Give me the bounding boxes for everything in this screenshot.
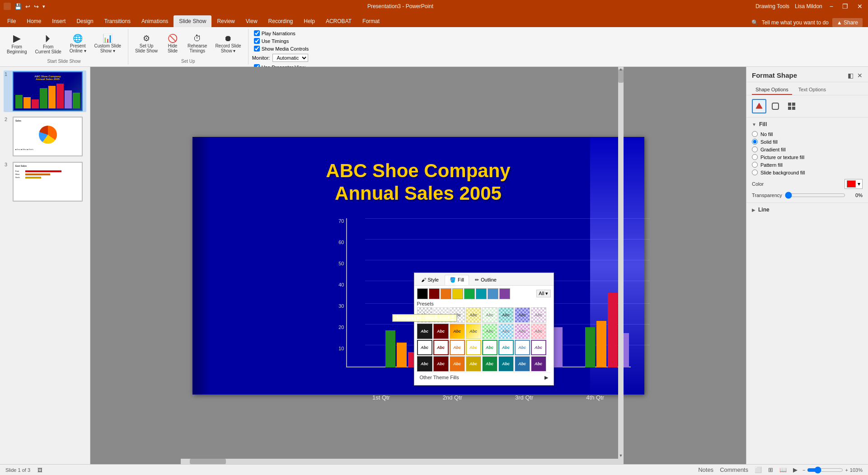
preset-4-2[interactable]: Abc (433, 356, 449, 372)
canvas-scrollbar-h[interactable] (181, 459, 618, 464)
solid-fill-option[interactable]: Solid fill (752, 139, 863, 145)
zoom-out-btn[interactable]: − (802, 467, 805, 473)
preset-3-2[interactable]: Abc (433, 340, 449, 355)
preset-4-4[interactable]: Abc (466, 356, 481, 372)
preset-2-8[interactable]: Abc (531, 324, 546, 339)
canvas-scrollbar-v[interactable]: ▼ ▲ (618, 67, 624, 464)
preset-3-7[interactable]: Abc (515, 340, 530, 355)
scroll-arrow-down[interactable]: ▼ (618, 453, 624, 458)
slide-sorter-btn[interactable]: ⊞ (767, 466, 774, 474)
transparency-slider[interactable] (785, 192, 845, 199)
panel-resize-icon[interactable]: ◧ (848, 72, 854, 79)
quick-access-undo[interactable]: ↩ (25, 3, 30, 10)
show-media-controls-checkbox[interactable]: Show Media Controls (252, 45, 311, 52)
comments-btn[interactable]: Comments (718, 466, 750, 474)
preset-2-3[interactable]: Abc (450, 324, 465, 339)
no-fill-option[interactable]: No fill (752, 131, 863, 137)
tab-home[interactable]: Home (21, 15, 47, 27)
normal-view-btn[interactable]: ⬜ (753, 466, 763, 474)
slide-canvas[interactable]: ABC Shoe Company Annual Sales 2005 70 60… (192, 137, 644, 395)
preset-2-1[interactable]: Abc Transparent - Black, Dark 1 (417, 324, 432, 339)
line-section-header[interactable]: ▶ Line (752, 207, 863, 213)
preset-3-8[interactable]: Abc (531, 340, 546, 355)
preset-3-3[interactable]: Abc (450, 340, 465, 355)
quick-access-redo[interactable]: ↪ (34, 3, 39, 10)
shape-options-tab[interactable]: Shape Options (752, 85, 792, 95)
zoom-slider[interactable] (807, 466, 843, 474)
tab-transitions[interactable]: Transitions (99, 15, 136, 27)
tab-design[interactable]: Design (71, 15, 99, 27)
preset-4-8[interactable]: Abc (531, 356, 546, 372)
tab-view[interactable]: View (240, 15, 263, 27)
color-blue[interactable] (488, 288, 498, 299)
fill-line-icon-btn[interactable] (752, 99, 766, 113)
layout-icon-btn[interactable] (784, 99, 799, 113)
preset-1-4[interactable]: Abc (466, 307, 481, 323)
rehearse-btn[interactable]: ⏱ Rehearse Timings (184, 32, 210, 56)
tab-format[interactable]: Format (357, 15, 385, 27)
fill-section-header[interactable]: ▼ Fill (752, 121, 863, 127)
preset-4-1[interactable]: Abc (417, 356, 432, 372)
slide-bg-fill-option[interactable]: Slide background fill (752, 169, 863, 175)
preset-4-6[interactable]: Abc (498, 356, 514, 372)
all-btn[interactable]: All ▾ (536, 290, 550, 297)
use-timings-checkbox[interactable]: Use Timings (252, 38, 291, 44)
color-orange[interactable] (441, 288, 451, 299)
preset-3-5[interactable]: Abc (482, 340, 497, 355)
preset-3-1[interactable]: Abc (417, 340, 432, 355)
color-darkred[interactable] (429, 288, 440, 299)
play-narrations-checkbox[interactable]: Play Narrations (252, 30, 297, 37)
tab-slideshow[interactable]: Slide Show (174, 15, 211, 27)
preset-4-3[interactable]: Abc (450, 356, 465, 372)
slide-title[interactable]: ABC Shoe Company Annual Sales 2005 (260, 160, 577, 205)
preset-3-6[interactable]: Abc (498, 340, 514, 355)
tab-recording[interactable]: Recording (263, 15, 299, 27)
tab-insert[interactable]: Insert (47, 15, 71, 27)
style-tab-style[interactable]: 🖌 Style (416, 275, 444, 285)
close-btn[interactable]: ✕ (855, 3, 864, 10)
color-dropdown-arrow[interactable]: ▾ (858, 181, 860, 187)
scrollbar-thumb-h[interactable] (190, 459, 226, 464)
tab-animations[interactable]: Animations (136, 15, 174, 27)
monitor-select[interactable]: Automatic (272, 54, 308, 62)
color-picker-btn[interactable]: ▾ (845, 179, 863, 189)
text-options-tab[interactable]: Text Options (795, 85, 830, 95)
reading-view-btn[interactable]: 📖 (778, 466, 788, 474)
color-purple[interactable] (499, 288, 510, 299)
preset-4-5[interactable]: Abc (482, 356, 497, 372)
quick-access-customize[interactable]: ▾ (42, 4, 45, 9)
preset-2-2[interactable]: Abc (433, 324, 449, 339)
tab-help[interactable]: Help (298, 15, 320, 27)
share-btn[interactable]: ▲ Share (832, 18, 863, 27)
preset-2-7[interactable]: Abc (515, 324, 530, 339)
zoom-in-btn[interactable]: + (845, 467, 848, 473)
record-slide-btn[interactable]: ⏺ Record Slide Show ▾ (212, 32, 244, 56)
tab-file[interactable]: File (2, 15, 21, 27)
style-popup[interactable]: 🖌 Style 🪣 Fill ✏ Outline (414, 273, 554, 386)
custom-slide-show-btn[interactable]: 📊 Custom Slide Show ▾ (91, 32, 124, 56)
minimize-btn[interactable]: − (828, 3, 835, 10)
color-yellow[interactable] (452, 288, 463, 299)
preset-2-6[interactable]: Abc (498, 324, 514, 339)
preset-1-6[interactable]: Abc (498, 307, 514, 323)
effects-icon-btn[interactable] (768, 99, 783, 113)
present-online-btn[interactable]: 🌐 Present Online ▾ (66, 32, 89, 56)
quick-access-save[interactable]: 💾 (14, 3, 22, 10)
panel-close-icon[interactable]: ✕ (857, 72, 863, 79)
picture-fill-option[interactable]: Picture or texture fill (752, 154, 863, 160)
from-current-btn[interactable]: ⏵ From Current Slide (32, 31, 64, 56)
tab-acrobat[interactable]: ACROBAT (320, 15, 357, 27)
from-beginning-btn[interactable]: ▶ From Beginning (4, 31, 30, 56)
hide-slide-btn[interactable]: 🚫 Hide Slide (163, 32, 183, 56)
preset-4-7[interactable]: Abc (515, 356, 530, 372)
slide-thumb-3[interactable]: 3 East Sales East West North (4, 161, 86, 202)
preset-3-4[interactable]: Abc (466, 340, 481, 355)
preset-2-5[interactable]: Abc (482, 324, 497, 339)
tab-review[interactable]: Review (211, 15, 240, 27)
pattern-fill-option[interactable]: Pattern fill (752, 162, 863, 168)
restore-btn[interactable]: ❐ (840, 3, 850, 10)
search-tell-me[interactable]: Tell me what you want to do (762, 19, 829, 26)
preset-1-5[interactable]: Abc (482, 307, 497, 323)
style-tab-fill[interactable]: 🪣 Fill (445, 275, 469, 285)
color-black[interactable] (417, 288, 428, 299)
